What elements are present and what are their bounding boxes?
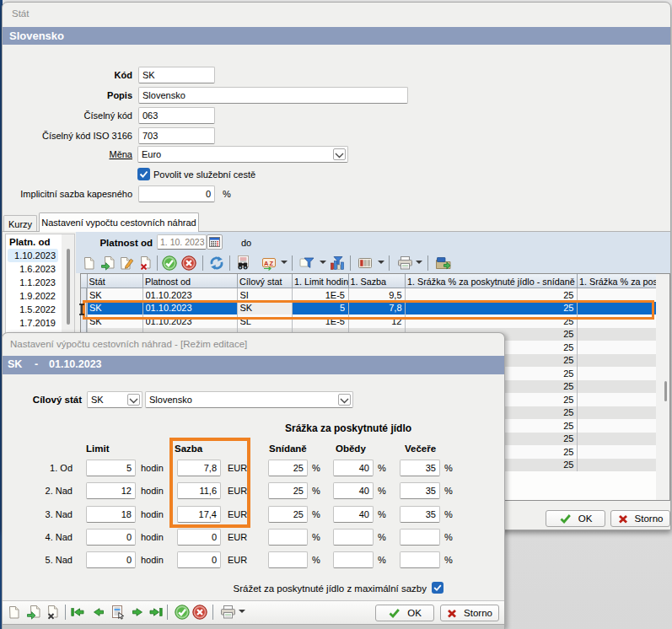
- svg-text:A: A: [264, 260, 269, 267]
- svg-text:Z: Z: [270, 260, 274, 267]
